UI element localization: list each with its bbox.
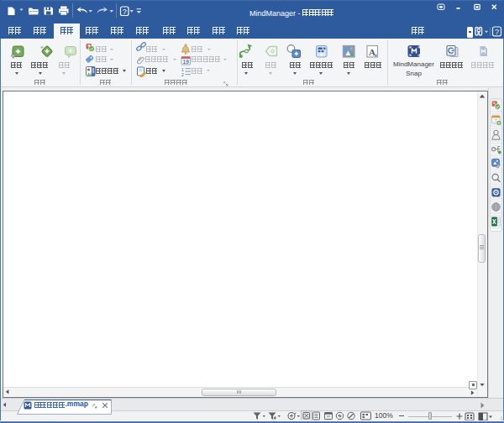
svg-text:A: A: [369, 47, 375, 57]
svg-text:?: ?: [495, 28, 499, 36]
svg-text:19: 19: [183, 59, 190, 65]
svg-text:?: ?: [123, 8, 127, 16]
svg-text:2: 2: [181, 72, 184, 77]
